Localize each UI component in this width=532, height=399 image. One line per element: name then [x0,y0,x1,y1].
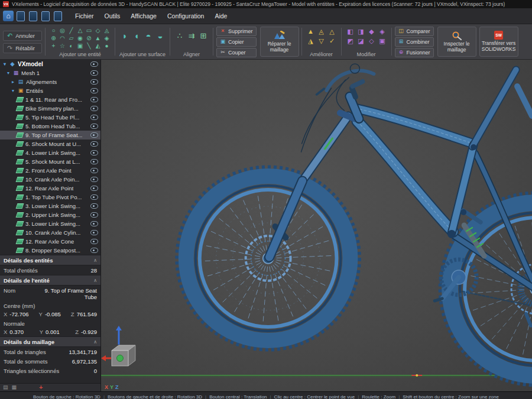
tree-item-vxmodel[interactable]: ▾ ◈ VXmodel [0,60,100,69]
ribbon-tool-icon[interactable]: ◒ [154,27,166,44]
new-session-icon[interactable] [17,11,25,21]
eye-icon[interactable] [90,239,98,244]
ribbon-tool-icon[interactable]: ◐ [67,42,76,50]
eye-icon[interactable] [90,97,98,102]
combine-button[interactable]: ⊞ Combiner [395,37,434,47]
ribbon-tool-icon[interactable]: ◇ [366,36,377,46]
ribbon-tool-icon[interactable]: ▱ [67,34,76,42]
eye-icon[interactable] [90,168,98,173]
grid-view-icon[interactable]: ▦ [12,385,17,390]
eye-icon[interactable] [90,141,98,147]
transfer-solidworks-button[interactable]: SW Transférer vers SOLIDWORKS [479,27,518,57]
tree-item-entity[interactable]: 10. Crank Axle Poin... [0,175,100,184]
collapse-icon[interactable]: ∧ [93,339,97,345]
tree-item-entity[interactable]: 3. Lower Link Swing... [0,202,100,210]
tree-item-entity[interactable]: 12. Rear Axle Point [0,184,100,193]
ribbon-tool-icon[interactable]: ◎ [58,27,67,34]
redo-button[interactable]: ↷ Rétablir [3,43,42,53]
section-header-mesh-details[interactable]: Détails du maillage ∧ [0,336,100,347]
chevron-down-icon[interactable]: ▾ [11,88,15,93]
eye-icon[interactable] [90,203,98,209]
eye-icon[interactable] [90,124,98,129]
ribbon-tool-icon[interactable]: ☆ [58,42,67,50]
menu-affichage[interactable]: Affichage [125,10,162,22]
copy-button[interactable]: ▣ Copier [216,37,257,47]
ribbon-tool-icon[interactable]: ◈ [102,34,111,42]
ribbon-tool-icon[interactable]: ∴ [174,27,186,44]
collapse-icon[interactable]: ∧ [93,278,97,283]
ribbon-tool-icon[interactable]: ◗ [119,27,131,44]
ribbon-tool-icon[interactable]: ◩ [345,36,356,46]
tree-item-entity[interactable]: 4. Lower Link Swing... [0,148,100,157]
ribbon-tool-icon[interactable]: ⊞ [197,27,209,44]
delete-button[interactable]: × Supprimer [216,27,257,36]
ribbon-tool-icon[interactable]: ◬ [316,27,327,36]
eye-icon[interactable] [90,212,98,218]
compare-button[interactable]: ◫ Comparer [395,27,434,36]
repair-mesh-button[interactable]: Réparer le maillage [260,27,299,57]
collapse-icon[interactable]: ∧ [93,258,97,263]
ribbon-tool-icon[interactable]: ▣ [377,36,388,46]
eye-icon[interactable] [90,132,98,138]
open-session-icon[interactable] [29,11,37,21]
tree-item-entity[interactable]: 1 & 11. Rear and Fro... [0,95,100,104]
ribbon-tool-icon[interactable]: ▽ [316,36,327,46]
viewport-3d[interactable]: X Y Z [101,60,532,391]
save-session-icon[interactable] [41,11,50,21]
ribbon-tool-icon[interactable]: △ [327,27,338,36]
section-header-entities-details[interactable]: Détails des entités ∧ [0,255,100,265]
ribbon-tool-icon[interactable]: ◖ [131,27,142,44]
inspect-mesh-button[interactable]: Inspecter le maillage [437,27,476,57]
eye-icon[interactable] [90,177,98,182]
tree-item-entity[interactable]: 2. Front Axle Point [0,166,100,175]
ribbon-tool-icon[interactable]: ╱ [67,27,76,34]
ribbon-tool-icon[interactable]: ◬ [102,27,111,34]
tree-item-mesh[interactable]: ▾ ▦ Mesh 1 [0,69,100,77]
ribbon-tool-icon[interactable]: ▲ [306,27,316,36]
ribbon-tool-icon[interactable]: ✓ [327,36,338,46]
eye-icon[interactable] [90,70,98,76]
ribbon-tool-icon[interactable]: △ [76,27,85,34]
ribbon-tool-icon[interactable]: ╲ [85,42,93,50]
eye-icon[interactable] [90,248,98,253]
eye-icon[interactable] [90,186,98,191]
eye-icon[interactable] [90,88,98,93]
add-item-icon[interactable]: + [39,384,43,391]
orientation-cube[interactable] [101,326,135,366]
tree-item-entity[interactable]: 5. Shock Mount at L... [0,157,100,166]
eye-icon[interactable] [90,194,98,200]
merge-button[interactable]: ⊕ Fusionner [395,48,434,57]
eye-icon[interactable] [90,159,98,164]
ribbon-tool-icon[interactable]: ◉ [76,34,85,42]
ribbon-tool-icon[interactable]: ◧ [345,27,356,36]
tree-item-entity[interactable]: 2. Upper Link Swing... [0,210,100,219]
import-icon[interactable] [54,11,62,21]
ribbon-tool-icon[interactable]: ◇ [93,27,102,34]
ribbon-tool-icon[interactable]: ▣ [76,42,85,50]
menu-configuration[interactable]: Configuration [162,10,209,22]
chevron-right-icon[interactable]: ▸ [11,79,15,85]
section-header-entity-details[interactable]: Détails de l'entité ∧ [0,275,100,286]
tree-item-entity[interactable]: 12. Rear Axle Cone [0,237,100,246]
ribbon-tool-icon[interactable]: ⇉ [186,27,197,44]
ribbon-tool-icon[interactable]: ◆ [366,27,377,36]
tree-item-entity[interactable]: Bike Simmetry plan... [0,104,100,113]
tree-item-entity[interactable]: 6. Shock Mount at U... [0,140,100,148]
tree-item-entity[interactable]: 1. Top Tube Pivot Po... [0,193,100,202]
ribbon-tool-icon[interactable]: ◮ [306,36,316,46]
undo-button[interactable]: ↶ Annuler [3,31,42,41]
ribbon-tool-icon[interactable]: ⊘ [85,34,93,42]
ribbon-tool-icon[interactable]: ⊕ [49,34,58,42]
menu-aide[interactable]: Aide [209,10,232,22]
chevron-down-icon[interactable]: ▾ [6,70,11,76]
eye-icon[interactable] [90,115,98,120]
eye-icon[interactable] [90,106,98,111]
menu-fichier[interactable]: Fichier [70,10,99,22]
eye-icon[interactable] [90,79,98,85]
ribbon-tool-icon[interactable]: ◭ [93,42,102,50]
tree-item-entity[interactable]: 3. Lower Link Swing... [0,219,100,228]
tree-item-entity[interactable]: 10. Crank Axle Cylin... [0,228,100,237]
ribbon-tool-icon[interactable]: ◓ [142,27,154,44]
tree-item-entity[interactable]: 5. Bottom Head Tub... [0,122,100,131]
ribbon-tool-icon[interactable]: ▭ [85,27,93,34]
